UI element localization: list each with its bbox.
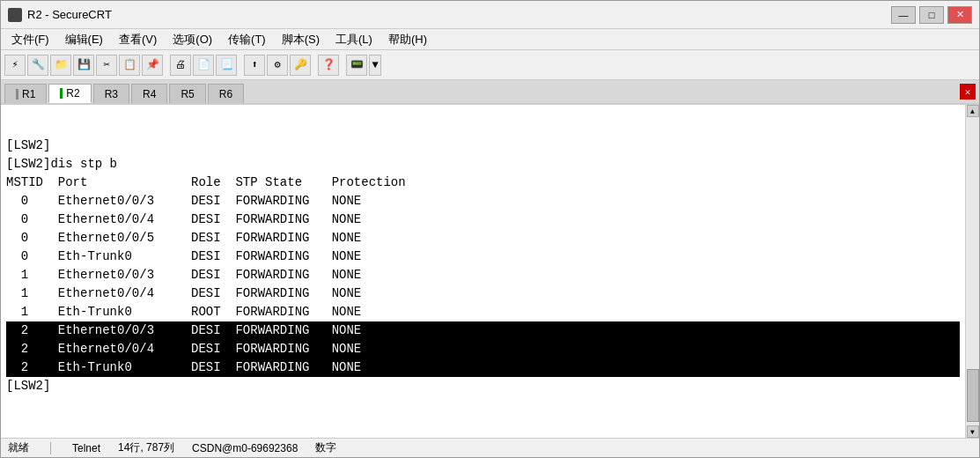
menu-help[interactable]: 帮助(H) [381,30,434,49]
terminal-line: [LSW2] [6,377,960,395]
status-connected: 就绪 [8,440,29,455]
status-bar: 就绪 Telnet 14行, 787列 CSDN@m0-69692368 数字 [1,438,979,457]
toolbar-dropdown[interactable]: ▼ [369,55,381,76]
menu-options[interactable]: 选项(O) [166,30,219,49]
toolbar-btn-9[interactable]: 📄 [193,55,214,76]
menu-file[interactable]: 文件(F) [4,30,56,49]
terminal-line: [LSW2] [6,137,960,155]
tab-r6-label: R6 [219,88,232,100]
scroll-up-arrow[interactable]: ▲ [967,105,979,117]
tab-r2[interactable]: R2 [48,84,91,103]
toolbar-btn-13[interactable]: 🔑 [290,55,311,76]
status-position: 14行, 787列 [118,440,174,455]
toolbar-btn-7[interactable]: 📌 [142,55,163,76]
menu-script[interactable]: 脚本(S) [275,30,327,49]
tab-r5-label: R5 [181,88,194,100]
toolbar-btn-5[interactable]: ✂ [96,55,117,76]
tab-r4[interactable]: R4 [131,84,167,103]
toolbar-sep-4 [341,55,344,76]
tab-r2-label: R2 [66,87,79,100]
toolbar: ⚡ 🔧 📁 💾 ✂ 📋 📌 🖨 📄 📃 ⬆ ⚙ 🔑 ❓ 📟 ▼ [1,50,979,80]
window-title: R2 - SecureCRT [27,8,891,21]
main-area: [LSW2][LSW2]dis stp bMSTID Port Role STP… [1,105,979,438]
toolbar-btn-6[interactable]: 📋 [119,55,140,76]
status-protocol: Telnet [72,442,100,454]
terminal-line: 2 Eth-Trunk0 DESI FORWARDING NONE [6,358,960,377]
menu-transfer[interactable]: 传输(T) [221,30,273,49]
menu-tools[interactable]: 工具(L) [328,30,379,49]
toolbar-btn-4[interactable]: 💾 [73,55,94,76]
toolbar-btn-11[interactable]: ⬆ [244,55,265,76]
toolbar-btn-12[interactable]: ⚙ [267,55,288,76]
close-all-tabs-button[interactable]: ✕ [960,84,976,100]
toolbar-btn-14[interactable]: ❓ [318,55,339,76]
toolbar-btn-10[interactable]: 📃 [216,55,237,76]
status-extra: CSDN@m0-69692368 [192,442,298,454]
tab-r1-indicator [16,89,18,100]
menu-view[interactable]: 查看(V) [112,30,164,49]
terminal-line: 2 Ethernet0/0/3 DESI FORWARDING NONE [6,321,960,340]
terminal-line: 0 Eth-Trunk0 DESI FORWARDING NONE [6,247,960,266]
toolbar-sep-1 [165,55,168,76]
tabs-bar: R1 R2 R3 R4 R5 R6 ✕ [1,80,979,105]
toolbar-btn-1[interactable]: ⚡ [4,55,26,76]
tab-r5[interactable]: R5 [169,84,205,103]
window-controls: — □ ✕ [891,6,972,24]
toolbar-btn-8[interactable]: 🖨 [170,55,191,76]
toolbar-sep-3 [313,55,316,76]
close-button[interactable]: ✕ [947,6,972,24]
minimize-button[interactable]: — [891,6,916,24]
menu-bar: 文件(F) 编辑(E) 查看(V) 选项(O) 传输(T) 脚本(S) 工具(L… [1,29,979,50]
status-sep-1 [50,442,51,454]
terminal-line: 1 Eth-Trunk0 ROOT FORWARDING NONE [6,303,960,321]
terminal-line: 0 Ethernet0/0/5 DESI FORWARDING NONE [6,229,960,247]
tab-r2-indicator [60,88,63,99]
tab-r6[interactable]: R6 [208,84,244,103]
toolbar-btn-3[interactable]: 📁 [50,55,71,76]
main-window: R2 - SecureCRT — □ ✕ 文件(F) 编辑(E) 查看(V) 选… [0,0,980,458]
app-icon [8,8,22,22]
menu-edit[interactable]: 编辑(E) [58,30,110,49]
tab-r1[interactable]: R1 [4,84,47,103]
terminal-line: 2 Ethernet0/0/4 DESI FORWARDING NONE [6,340,960,358]
terminal-line: MSTID Port Role STP State Protection [6,174,960,192]
tab-r3[interactable]: R3 [93,84,129,103]
vertical-scrollbar[interactable]: ▲ ▼ [965,105,979,438]
toolbar-sep-2 [239,55,242,76]
toolbar-btn-15[interactable]: 📟 [346,55,367,76]
terminal[interactable]: [LSW2][LSW2]dis stp bMSTID Port Role STP… [1,105,965,438]
scroll-thumb[interactable] [967,369,979,422]
maximize-button[interactable]: □ [919,6,944,24]
terminal-line: 0 Ethernet0/0/3 DESI FORWARDING NONE [6,192,960,211]
tab-r3-label: R3 [105,88,118,100]
title-bar: R2 - SecureCRT — □ ✕ [1,1,979,29]
terminal-line: 1 Ethernet0/0/3 DESI FORWARDING NONE [6,266,960,284]
tab-r4-label: R4 [143,88,156,100]
toolbar-btn-2[interactable]: 🔧 [27,55,48,76]
terminal-line: 0 Ethernet0/0/4 DESI FORWARDING NONE [6,211,960,229]
tab-r1-label: R1 [22,88,35,100]
terminal-line: 1 Ethernet0/0/4 DESI FORWARDING NONE [6,284,960,303]
terminal-line: [LSW2]dis stp b [6,155,960,174]
scroll-down-arrow[interactable]: ▼ [967,425,979,438]
status-mode: 数字 [315,440,336,455]
